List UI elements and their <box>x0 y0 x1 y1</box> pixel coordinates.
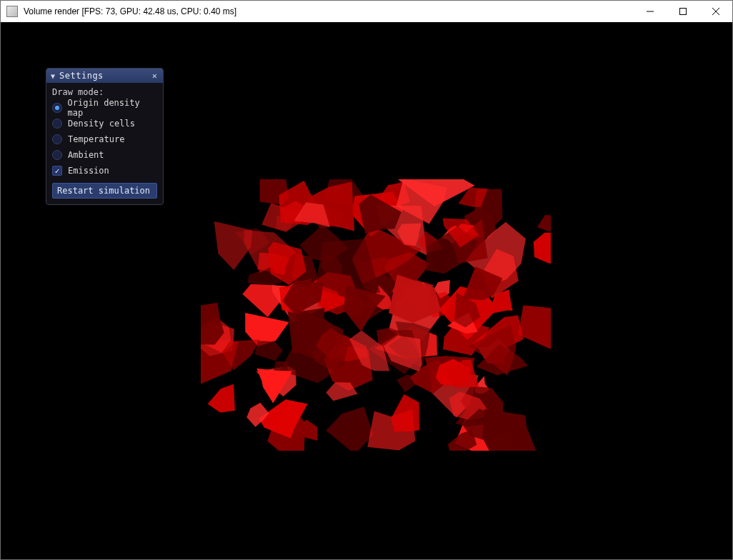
viewport[interactable]: ▼ Settings ✕ Draw mode: Origin density m… <box>1 22 732 559</box>
restart-simulation-button[interactable]: Restart simulation <box>52 183 157 199</box>
collapse-icon[interactable]: ▼ <box>51 72 55 80</box>
option-label: Temperature <box>68 134 124 144</box>
svg-marker-51 <box>255 341 283 361</box>
radio-icon <box>52 103 62 113</box>
draw-mode-option-density-cells[interactable]: Density cells <box>52 117 157 130</box>
svg-marker-102 <box>537 215 551 232</box>
svg-marker-93 <box>392 394 419 432</box>
minimize-button[interactable] <box>634 1 667 22</box>
radio-icon <box>52 119 62 129</box>
radio-icon <box>52 150 62 160</box>
app-window: Volume render [FPS: 73, GPU: 42.48 us, C… <box>0 0 733 560</box>
option-label: Ambient <box>68 150 104 160</box>
settings-panel-header[interactable]: ▼ Settings ✕ <box>46 69 163 83</box>
titlebar[interactable]: Volume render [FPS: 73, GPU: 42.48 us, C… <box>1 1 732 22</box>
app-icon <box>6 6 18 17</box>
draw-mode-option-origin-density-map[interactable]: Origin density map <box>52 101 157 114</box>
emission-checkbox[interactable]: ✓ Emission <box>52 164 157 177</box>
svg-marker-95 <box>534 233 551 264</box>
radio-icon <box>52 134 62 144</box>
draw-mode-option-temperature[interactable]: Temperature <box>52 133 157 146</box>
svg-marker-122 <box>214 221 253 270</box>
close-button[interactable] <box>699 1 732 22</box>
option-label: Density cells <box>68 119 135 129</box>
close-icon <box>712 8 719 15</box>
svg-marker-33 <box>518 305 551 353</box>
draw-mode-label: Draw mode: <box>52 87 157 97</box>
settings-panel-body: Draw mode: Origin density map Density ce… <box>46 83 163 204</box>
svg-rect-1 <box>680 9 687 15</box>
checkbox-label: Emission <box>68 166 109 176</box>
settings-panel-close[interactable]: ✕ <box>151 71 159 81</box>
settings-panel-title: Settings <box>59 71 146 81</box>
maximize-icon <box>679 8 687 15</box>
svg-marker-6 <box>326 406 373 451</box>
voronoi-render <box>201 179 551 451</box>
checkbox-icon: ✓ <box>52 166 62 176</box>
window-title: Volume render [FPS: 73, GPU: 42.48 us, C… <box>24 6 236 16</box>
minimize-icon <box>647 8 654 15</box>
svg-marker-118 <box>208 384 235 413</box>
option-label: Origin density map <box>68 98 157 118</box>
maximize-button[interactable] <box>667 1 699 22</box>
settings-panel[interactable]: ▼ Settings ✕ Draw mode: Origin density m… <box>46 68 164 205</box>
draw-mode-option-ambient[interactable]: Ambient <box>52 149 157 161</box>
svg-marker-107 <box>482 409 539 451</box>
